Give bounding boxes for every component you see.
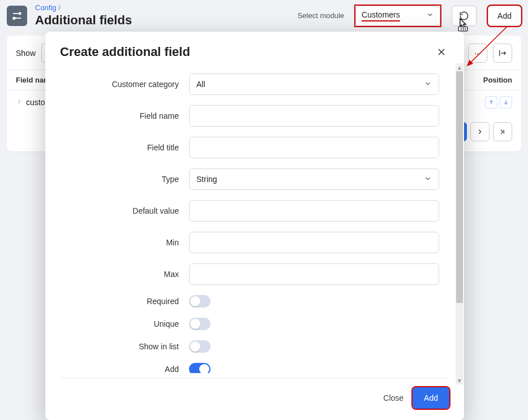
- label-required: Required: [60, 297, 179, 306]
- page-title: Additional fields: [35, 13, 132, 28]
- label-add-toggle: Add: [60, 365, 179, 373]
- label-customer-category: Customer category: [60, 80, 179, 89]
- breadcrumb: Config / Additional fields: [35, 3, 132, 28]
- label-default-value: Default value: [60, 206, 179, 215]
- expand-icon[interactable]: [16, 98, 26, 107]
- show-in-list-toggle[interactable]: [189, 340, 211, 353]
- default-value-input[interactable]: [189, 200, 439, 222]
- pager-last[interactable]: [493, 122, 512, 141]
- move-down-button[interactable]: [500, 96, 512, 109]
- label-min: Min: [60, 238, 179, 247]
- more-button[interactable]: ···: [468, 44, 487, 63]
- label-unique: Unique: [60, 319, 179, 328]
- create-field-modal: Create additional field ▲ ▼ Customer cat…: [45, 32, 464, 420]
- select-module-label: Select module: [298, 11, 344, 20]
- label-field-title: Field title: [60, 143, 179, 152]
- settings-icon[interactable]: [7, 6, 27, 26]
- label-field-name: Field name: [60, 111, 179, 120]
- type-select[interactable]: String: [189, 168, 439, 190]
- scrollbar-down[interactable]: ▼: [456, 376, 463, 384]
- max-input[interactable]: [189, 263, 439, 285]
- unique-toggle[interactable]: [189, 318, 211, 330]
- chevron-down-icon: [424, 175, 432, 184]
- add-button[interactable]: Add: [488, 6, 521, 26]
- expand-columns-button[interactable]: [493, 44, 512, 63]
- module-selected-value: Customers: [362, 10, 400, 21]
- required-toggle[interactable]: [189, 295, 211, 308]
- customer-category-select[interactable]: All: [189, 73, 439, 95]
- footer-close-button[interactable]: Close: [383, 393, 403, 402]
- field-name-input[interactable]: [189, 105, 439, 127]
- chevron-down-icon: [426, 11, 434, 20]
- breadcrumb-sep: /: [58, 3, 61, 12]
- min-input[interactable]: [189, 232, 439, 253]
- field-title-input[interactable]: [189, 137, 439, 158]
- chevron-down-icon: [424, 80, 432, 89]
- label-show-in-list: Show in list: [60, 342, 179, 351]
- footer-add-button[interactable]: Add: [413, 387, 449, 409]
- modal-title: Create additional field: [60, 45, 190, 59]
- add-toggle[interactable]: [189, 363, 211, 373]
- refresh-button[interactable]: [452, 6, 477, 26]
- module-select[interactable]: Customers: [355, 6, 440, 26]
- label-max: Max: [60, 270, 179, 279]
- breadcrumb-config-link[interactable]: Config: [35, 3, 57, 12]
- show-label: Show: [16, 49, 36, 58]
- move-up-button[interactable]: [485, 96, 497, 109]
- pager-next[interactable]: [470, 122, 490, 141]
- label-type: Type: [60, 175, 179, 184]
- close-icon[interactable]: [433, 44, 449, 60]
